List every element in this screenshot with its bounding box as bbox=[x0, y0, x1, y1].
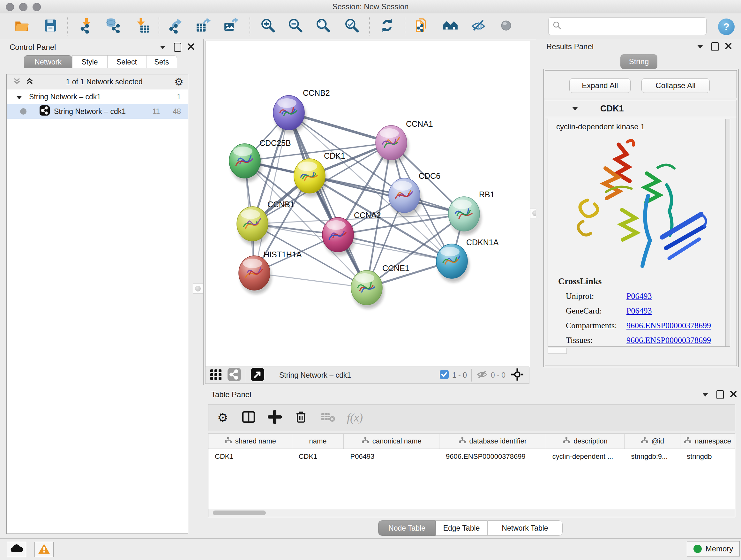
cloud-button[interactable] bbox=[7, 542, 26, 557]
network-share-icon[interactable] bbox=[227, 368, 241, 383]
refresh-view-button[interactable] bbox=[378, 17, 396, 36]
column-header-database-identifier[interactable]: database identifier bbox=[440, 434, 546, 449]
expand-all-button[interactable]: Expand All bbox=[569, 78, 630, 93]
results-panel-collapse-icon[interactable] bbox=[697, 45, 703, 49]
toolbar-separator bbox=[67, 17, 68, 36]
two-houses-button[interactable] bbox=[441, 17, 460, 36]
zoom-in-button[interactable] bbox=[259, 17, 277, 36]
crosslink-link[interactable]: 9606.ENSP00000378699 bbox=[626, 321, 711, 330]
gray-eye-button[interactable] bbox=[497, 17, 515, 36]
control-panel-close-icon[interactable] bbox=[187, 43, 195, 52]
hidden-eye-icon[interactable] bbox=[476, 368, 488, 382]
results-horizontal-scrollbar-thumb[interactable] bbox=[548, 348, 567, 354]
gear-icon[interactable]: ⚙ bbox=[174, 76, 184, 88]
tab-style[interactable]: Style bbox=[72, 55, 107, 68]
network-selection-status: 1 of 1 Network selected bbox=[34, 78, 174, 86]
table-panel-close-icon[interactable] bbox=[730, 390, 737, 399]
import-table-button[interactable] bbox=[133, 17, 151, 36]
warning-button[interactable] bbox=[35, 542, 54, 557]
table-panel-collapse-icon[interactable] bbox=[702, 393, 708, 396]
zoom-selected-button[interactable] bbox=[343, 17, 361, 36]
node-RB1[interactable]: RB1 bbox=[448, 190, 495, 231]
node-result-header[interactable]: CDK1 bbox=[545, 100, 737, 117]
search-input[interactable] bbox=[562, 22, 697, 30]
results-tab-string[interactable]: String bbox=[620, 54, 657, 69]
tab-network-table[interactable]: Network Table bbox=[487, 520, 562, 536]
collapse-all-button[interactable]: Collapse All bbox=[642, 78, 710, 93]
selected-checkbox-icon[interactable] bbox=[440, 370, 449, 381]
window-close-button[interactable] bbox=[6, 3, 14, 11]
grid-view-icon[interactable] bbox=[209, 368, 223, 382]
tab-network[interactable]: Network bbox=[24, 55, 72, 68]
delete-column-trash-icon[interactable] bbox=[294, 410, 308, 425]
import-network-file-button[interactable] bbox=[77, 17, 96, 36]
zoom-out-button[interactable] bbox=[286, 17, 305, 36]
network-row[interactable]: String Network – cdk1 11 48 bbox=[7, 104, 188, 119]
edge-CCNB2-CCNE1[interactable] bbox=[289, 113, 367, 288]
table-cell[interactable]: stringdb bbox=[680, 449, 735, 464]
show-columns-icon[interactable] bbox=[242, 410, 256, 425]
collection-count: 1 bbox=[177, 92, 181, 101]
tab-edge-table[interactable]: Edge Table bbox=[435, 520, 487, 536]
export-image-button[interactable] bbox=[222, 17, 240, 36]
left-splitter-grip[interactable] bbox=[193, 284, 203, 294]
add-column-icon[interactable] bbox=[268, 410, 282, 425]
table-cell[interactable]: P06493 bbox=[344, 449, 440, 464]
export-network-button[interactable] bbox=[166, 17, 185, 36]
node-CDK1[interactable]: CDK1 bbox=[294, 151, 345, 193]
edge-CCNB2-HIST1H1A[interactable] bbox=[254, 113, 289, 273]
node-label-HIST1H1A: HIST1H1A bbox=[264, 250, 302, 259]
column-header-canonical-name[interactable]: canonical name bbox=[344, 434, 440, 449]
crosslink-link[interactable]: P06493 bbox=[626, 306, 652, 316]
column-header-name[interactable]: name bbox=[292, 434, 344, 449]
column-header--id[interactable]: @id bbox=[624, 434, 680, 449]
table-row[interactable]: CDK1CDK1P064939606.ENSP00000378699cyclin… bbox=[208, 449, 735, 464]
results-vertical-scrollbar[interactable] bbox=[725, 119, 730, 347]
table-tabs: Node TableEdge TableNetwork Table bbox=[378, 520, 562, 536]
delete-table-icon[interactable] bbox=[321, 411, 335, 425]
table-scrollbar-thumb[interactable] bbox=[213, 510, 266, 515]
table-cell[interactable]: cyclin-dependent ... bbox=[546, 449, 625, 464]
column-header-description[interactable]: description bbox=[546, 434, 625, 449]
birdseye-view-icon[interactable] bbox=[251, 368, 265, 383]
destroy-crosshair-icon[interactable] bbox=[511, 368, 524, 382]
help-button[interactable]: ? bbox=[718, 18, 735, 35]
node-layer: CCNB2 CCNA1 CDC25B CDK1 CDC6 RB1 CCNB1 C… bbox=[229, 88, 499, 309]
tree-expand-icon[interactable] bbox=[16, 92, 22, 101]
table-cell[interactable]: stringdb:9... bbox=[624, 449, 680, 464]
table-cell[interactable]: 9606.ENSP00000378699 bbox=[440, 449, 546, 464]
control-panel-collapse-icon[interactable] bbox=[160, 46, 165, 49]
import-network-database-button[interactable] bbox=[104, 17, 122, 36]
crosslink-link[interactable]: P06493 bbox=[626, 292, 652, 301]
tab-sets[interactable]: Sets bbox=[146, 55, 177, 68]
save-session-button[interactable] bbox=[41, 17, 60, 36]
table-cell[interactable]: CDK1 bbox=[208, 449, 292, 464]
crosslink-link[interactable]: 9606.ENSP00000378699 bbox=[626, 335, 711, 345]
results-panel-close-icon[interactable] bbox=[724, 42, 732, 51]
results-panel-float-icon[interactable] bbox=[711, 42, 719, 51]
tab-node-table[interactable]: Node Table bbox=[378, 520, 435, 536]
table-horizontal-scrollbar[interactable] bbox=[208, 509, 735, 517]
table-settings-gear-icon[interactable]: ⚙ bbox=[217, 411, 228, 425]
open-session-button[interactable] bbox=[12, 17, 31, 36]
memory-button[interactable]: Memory bbox=[687, 541, 740, 557]
node-result-collapse-icon[interactable] bbox=[572, 107, 578, 111]
expand-all-icon[interactable] bbox=[25, 77, 34, 87]
zoom-fit-button[interactable] bbox=[314, 17, 333, 36]
column-header-shared-name[interactable]: shared name bbox=[208, 434, 292, 449]
network-canvas[interactable]: CCNB2 CCNA1 CDC25B CDK1 CDC6 RB1 CCNB1 C… bbox=[205, 41, 530, 367]
collapse-all-icon[interactable] bbox=[12, 77, 21, 87]
network-collection-row[interactable]: String Network – cdk1 1 bbox=[7, 89, 188, 104]
share-document-button[interactable] bbox=[413, 17, 431, 36]
tab-select[interactable]: Select bbox=[107, 55, 146, 68]
window-zoom-button[interactable] bbox=[32, 3, 41, 11]
edge-CDK1-RB1[interactable] bbox=[310, 176, 464, 214]
export-table-button[interactable] bbox=[194, 17, 212, 36]
control-panel-float-icon[interactable] bbox=[174, 43, 181, 52]
table-cell[interactable]: CDK1 bbox=[292, 449, 344, 464]
function-builder-icon[interactable]: f(x) bbox=[347, 411, 363, 424]
column-header-namespace[interactable]: namespace bbox=[680, 434, 735, 449]
table-panel-float-icon[interactable] bbox=[717, 390, 724, 399]
graphics-details-button[interactable] bbox=[469, 17, 488, 36]
window-minimize-button[interactable] bbox=[19, 3, 27, 11]
